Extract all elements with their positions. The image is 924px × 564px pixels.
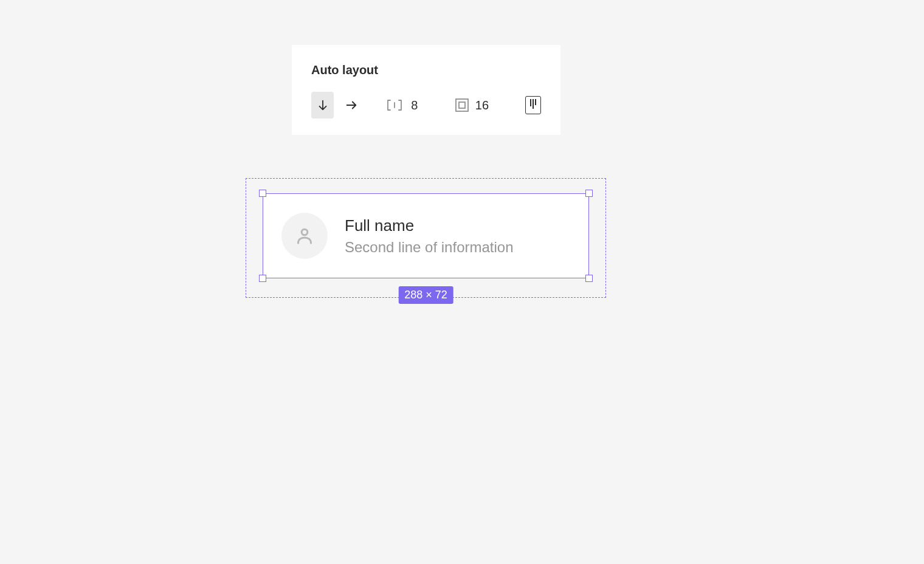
resize-handle-bottom-left[interactable] — [259, 275, 266, 282]
direction-horizontal-button[interactable] — [340, 92, 362, 119]
selected-frame[interactable]: Full name Second line of information — [263, 193, 589, 278]
svg-rect-1 — [459, 102, 465, 108]
canvas-selection-area: Full name Second line of information 288… — [246, 178, 606, 298]
resize-handle-top-right[interactable] — [585, 190, 593, 197]
secondary-text: Second line of information — [345, 239, 514, 256]
alignment-bar-icon — [535, 99, 536, 105]
panel-title: Auto layout — [311, 63, 541, 77]
user-icon — [294, 225, 315, 247]
alignment-bar-icon — [530, 99, 531, 106]
alignment-button[interactable] — [525, 96, 541, 114]
spacing-between-icon — [387, 98, 405, 112]
panel-controls-row: 8 16 — [311, 92, 541, 119]
arrow-right-icon — [345, 98, 358, 112]
alignment-bar-icon — [533, 99, 534, 109]
resize-handle-top-left[interactable] — [259, 190, 266, 197]
padding-icon — [455, 98, 469, 112]
direction-vertical-button[interactable] — [311, 92, 334, 119]
arrow-down-icon — [316, 98, 329, 112]
dimensions-badge: 288 × 72 — [398, 286, 453, 304]
svg-rect-0 — [456, 99, 468, 111]
spacing-control[interactable]: 8 — [387, 98, 418, 112]
padding-control[interactable]: 16 — [455, 98, 489, 112]
avatar-placeholder — [281, 213, 328, 259]
primary-text: Full name — [345, 216, 514, 235]
padding-value: 16 — [475, 98, 489, 112]
resize-handle-bottom-right[interactable] — [585, 275, 593, 282]
text-block: Full name Second line of information — [345, 216, 514, 256]
auto-layout-panel: Auto layout 8 16 — [292, 45, 560, 135]
svg-point-2 — [302, 229, 308, 235]
spacing-value: 8 — [411, 98, 418, 112]
